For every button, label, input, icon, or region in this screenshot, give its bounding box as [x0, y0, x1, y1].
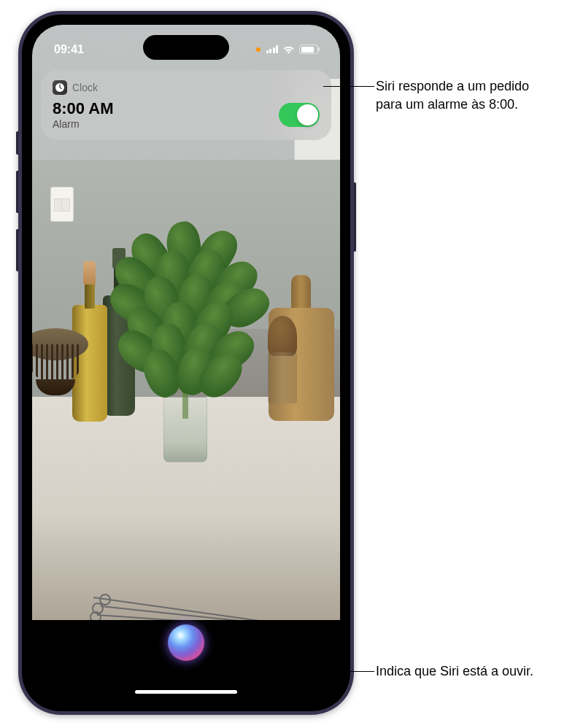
phone-frame: 09:41 — [18, 11, 354, 715]
callout-leader-line — [197, 671, 374, 672]
phone-side-buttons-left — [16, 131, 18, 287]
clock-app-icon — [53, 80, 67, 95]
recording-indicator-icon — [256, 47, 261, 52]
cellular-signal-icon — [266, 45, 279, 53]
dynamic-island — [143, 35, 229, 60]
notification-app-name: Clock — [72, 82, 98, 93]
callout-siri-listening: Indica que Siri está a ouvir. — [376, 662, 536, 681]
siri-orb[interactable] — [168, 624, 204, 661]
clock-alarm-notification[interactable]: Clock 8:00 AM Alarm — [41, 70, 331, 140]
callout-leader-line — [323, 86, 374, 87]
battery-icon — [299, 44, 318, 54]
siri-listening-icon — [168, 624, 204, 661]
status-time: 09:41 — [54, 43, 84, 56]
wifi-icon — [282, 45, 295, 54]
alarm-toggle[interactable] — [279, 103, 320, 127]
callout-alarm-response: Siri responde a um pedido para um alarme… — [376, 77, 558, 114]
phone-screen: 09:41 — [32, 25, 340, 701]
phone-power-button — [354, 182, 356, 252]
alarm-label: Alarm — [53, 118, 114, 130]
alarm-time: 8:00 AM — [53, 99, 114, 118]
home-indicator[interactable] — [135, 690, 237, 694]
